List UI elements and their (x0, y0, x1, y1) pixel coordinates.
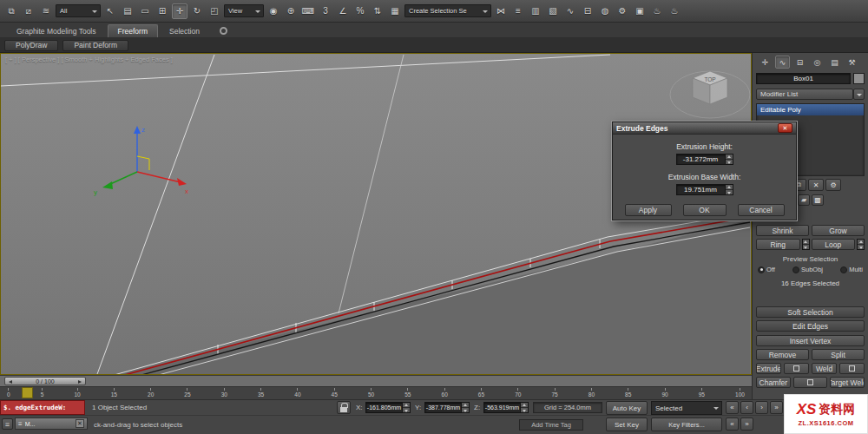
modifier-list-arrow-icon[interactable] (853, 89, 865, 100)
window-crossing-icon[interactable]: ⊞ (155, 3, 170, 19)
selection-set-dropdown[interactable]: Selected (651, 401, 722, 415)
render-iterative-icon[interactable]: ♨ (667, 3, 682, 19)
prev-frame-button[interactable]: ‹ (740, 401, 753, 414)
extrude-button[interactable]: Extrude (756, 363, 781, 374)
prev-key-button[interactable]: « (726, 418, 739, 431)
remove-modifier-icon[interactable]: ✕ (808, 179, 824, 191)
y-spinner[interactable] (461, 403, 469, 412)
layer-manager-icon[interactable]: ▥ (528, 3, 543, 19)
timeline-tick[interactable]: 75 (551, 388, 557, 399)
preview-subobj-radio[interactable]: SubObj (792, 266, 823, 273)
curve-editor-icon[interactable]: ∿ (562, 3, 578, 19)
height-spinner[interactable] (725, 155, 733, 164)
preview-off-radio[interactable]: Off (758, 266, 775, 273)
target-weld-button[interactable]: Target Weld (830, 377, 865, 388)
preview-multi-radio[interactable]: Multi (840, 266, 863, 273)
object-color-swatch[interactable] (853, 73, 865, 84)
reference-coordinate-dropdown[interactable]: View (224, 4, 264, 17)
rect-selection-region-icon[interactable]: ▭ (137, 3, 153, 19)
angle-snap-icon[interactable]: ∠ (335, 3, 351, 19)
loop-button[interactable]: Loop (812, 239, 856, 250)
shrink-button[interactable]: Shrink (756, 225, 809, 236)
polygon-subobject-icon[interactable]: ▰ (798, 194, 810, 206)
goto-end-button[interactable]: » (770, 401, 783, 414)
timeline-tick[interactable]: 80 (589, 388, 595, 399)
timeline-tick[interactable]: 50 (368, 388, 374, 399)
modifier-list-dropdown[interactable]: Modifier List (756, 89, 853, 100)
selection-filter-dropdown[interactable]: All (56, 4, 101, 17)
set-key-button[interactable]: Set Key (606, 418, 648, 431)
dialog-title-bar[interactable]: Extrude Edges (613, 122, 796, 135)
split-button[interactable]: Split (812, 349, 865, 360)
timeline-tick[interactable]: 60 (442, 388, 448, 399)
utilities-panel-tab[interactable]: ⚒ (845, 56, 859, 69)
timeline-tick[interactable]: 95 (699, 388, 705, 399)
modify-panel-tab[interactable]: ∿ (775, 56, 790, 69)
z-coord-field[interactable]: -563.919mm (483, 402, 529, 413)
tab-selection[interactable]: Selection (160, 24, 209, 37)
configure-modifier-sets-icon[interactable]: ⚙ (825, 179, 841, 191)
apply-button[interactable]: Apply (625, 204, 672, 216)
menu-icon[interactable] (2, 418, 13, 430)
keyboard-override-icon[interactable]: ⌨ (300, 3, 316, 19)
display-panel-tab[interactable]: ▤ (827, 56, 842, 69)
create-panel-tab[interactable]: ✛ (758, 56, 773, 69)
select-and-move-icon[interactable]: ✛ (172, 3, 187, 19)
schematic-view-icon[interactable]: ⊟ (580, 3, 595, 19)
minimized-window-chip[interactable]: M... (15, 418, 88, 430)
material-editor-icon[interactable]: ◍ (597, 3, 613, 19)
close-icon[interactable] (76, 419, 84, 428)
render-production-icon[interactable]: ♨ (649, 3, 665, 19)
timeline-tick[interactable]: 55 (404, 388, 411, 399)
next-key-button[interactable]: » (740, 418, 753, 431)
add-time-tag[interactable]: Add Time Tag (519, 419, 583, 431)
insert-vertex-button[interactable]: Insert Vertex (756, 335, 865, 346)
grow-button[interactable]: Grow (812, 225, 865, 236)
ribbon-minimize-icon[interactable] (220, 27, 227, 35)
y-coord-field[interactable]: -387.778mm (424, 402, 470, 413)
stack-item-editable-poly[interactable]: Editable Poly (757, 104, 864, 115)
extrusion-base-width-field[interactable]: 19.751mm (676, 184, 733, 195)
timeline-tick[interactable]: 20 (148, 388, 154, 399)
timeline-tick[interactable]: 90 (661, 388, 667, 399)
unlink-selection-icon[interactable]: ⧄ (21, 3, 36, 19)
weld-button[interactable]: Weld (812, 363, 837, 374)
timeline-tick[interactable]: 25 (184, 388, 190, 399)
next-frame-button[interactable]: › (755, 401, 768, 414)
select-and-scale-icon[interactable]: ◰ (207, 3, 222, 19)
named-sets-dropdown[interactable]: Create Selection Se (404, 4, 491, 17)
goto-start-button[interactable]: « (726, 401, 739, 414)
tab-graphite-modeling-tools[interactable]: Graphite Modeling Tools (7, 24, 106, 37)
polydraw-button[interactable]: PolyDraw (4, 40, 58, 51)
selection-lock-button[interactable] (337, 401, 351, 414)
x-coord-field[interactable]: -161.805mm (365, 402, 411, 413)
timeline-tick[interactable]: 45 (332, 388, 338, 399)
extrude-settings-button[interactable] (784, 363, 809, 374)
mirror-icon[interactable]: ⋈ (493, 3, 509, 19)
tab-freeform[interactable]: Freeform (108, 24, 158, 37)
snaps-toggle-icon[interactable]: 3 (318, 3, 333, 19)
z-spinner[interactable] (520, 403, 528, 412)
timeline-tick[interactable]: 85 (625, 388, 631, 399)
timeline-tick[interactable]: 100 (735, 388, 745, 399)
render-setup-icon[interactable]: ⚙ (615, 3, 630, 19)
select-by-name-icon[interactable]: ▤ (120, 3, 135, 19)
time-slider-track[interactable]: 0 / 100 (0, 375, 752, 386)
ring-spinner[interactable] (802, 239, 810, 250)
loop-spinner[interactable] (857, 239, 865, 250)
maxscript-mini-listener[interactable]: $. edgeExtrudeW: (0, 400, 85, 415)
use-pivot-point-icon[interactable]: ◉ (266, 3, 281, 19)
key-filters-button[interactable]: Key Filters... (651, 418, 722, 431)
extrusion-height-field[interactable]: -31.272mm (676, 154, 733, 165)
paint-deform-button[interactable]: Paint Deform (62, 40, 128, 51)
graphite-toggle-icon[interactable]: ▧ (545, 3, 561, 19)
select-and-link-icon[interactable]: ⧉ (3, 3, 19, 19)
track-bar-marker[interactable] (22, 387, 33, 398)
motion-panel-tab[interactable]: ◎ (810, 56, 825, 69)
chamfer-settings-button[interactable] (793, 377, 828, 388)
select-and-manipulate-icon[interactable]: ⊕ (283, 3, 299, 19)
weld-settings-button[interactable] (839, 363, 865, 374)
timeline-tick[interactable]: 40 (294, 388, 300, 399)
dialog-close-button[interactable] (778, 123, 792, 133)
select-object-icon[interactable]: ↖ (102, 3, 118, 19)
